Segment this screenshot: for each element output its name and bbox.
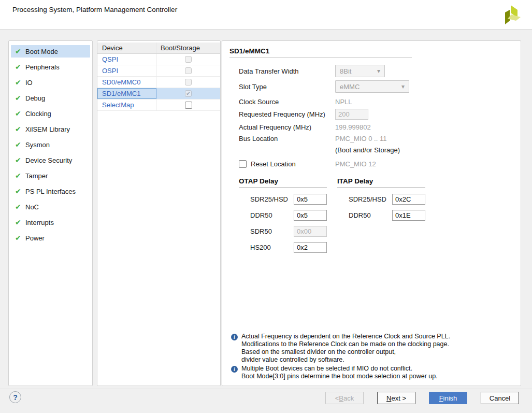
itap-sdr25-input[interactable]: [392, 194, 425, 205]
boot-storage-checkbox-ospi: [185, 67, 192, 74]
note-frequency: i Actual Frequency is dependent on the R…: [229, 333, 513, 364]
itap-ddr50-input[interactable]: [392, 210, 425, 221]
check-icon: ✔: [15, 109, 25, 118]
field-requested-frequency: Requested Frequency (MHz): [239, 109, 513, 120]
select-value: 8Bit: [340, 67, 351, 75]
device-details-panel: SD1/eMMC1 Data Transfer Width 8Bit ▾ Slo…: [222, 40, 521, 386]
device-link-sd0-emmc0[interactable]: SD0/eMMC0: [97, 77, 156, 88]
boot-storage-checkbox-selectmap[interactable]: [185, 102, 192, 109]
sidebar-item-tamper[interactable]: ✔ Tamper: [11, 169, 90, 182]
bus-location-note: (Boot and/or Storage): [335, 146, 400, 154]
boot-device-table-panel: Device Boot/Storage QSPI OSPI SD0/eMMC0 …: [97, 40, 221, 386]
device-link-qspi[interactable]: QSPI: [97, 54, 156, 65]
field-label: Actual Frequency (MHz): [239, 123, 335, 131]
sidebar-item-noc[interactable]: ✔ NoC: [11, 201, 90, 213]
otap-row-sdr25: SDR25/HSD: [250, 194, 337, 205]
field-label: Slot Type: [239, 83, 335, 91]
device-link-ospi[interactable]: OSPI: [97, 65, 156, 76]
check-icon: ✔: [15, 78, 25, 87]
otap-delay-section: OTAP Delay SDR25/HSD DDR50 SDR50 HS200: [239, 177, 337, 258]
field-reset-location: Reset Location PMC_MIO 12: [239, 158, 513, 170]
check-icon: ✔: [15, 187, 25, 195]
dialog-footer: ? < Back Next > Finish Cancel: [0, 389, 532, 413]
details-title: SD1/eMMC1: [229, 47, 513, 58]
sidebar-item-debug[interactable]: ✔ Debug: [11, 92, 90, 104]
sidebar-item-interrupts[interactable]: ✔ Interrupts: [11, 216, 90, 229]
requested-frequency-input: [335, 109, 368, 120]
check-icon: ✔: [15, 156, 25, 164]
table-row-qspi[interactable]: QSPI: [97, 54, 220, 65]
note-boot-devices: i Multiple Boot devices can be selected …: [229, 365, 513, 380]
device-link-sd1-emmc1[interactable]: SD1/eMMC1: [97, 88, 156, 99]
data-transfer-width-select[interactable]: 8Bit ▾: [335, 65, 385, 77]
table-row-ospi[interactable]: OSPI: [97, 65, 220, 77]
title-divider: [229, 58, 412, 58]
info-icon: i: [231, 366, 238, 373]
sidebar-item-power[interactable]: ✔ Power: [11, 232, 90, 244]
otap-hs200-input[interactable]: [294, 242, 327, 253]
device-link-selectmap[interactable]: SelectMap: [97, 99, 156, 110]
reset-location-value: PMC_MIO 12: [335, 160, 376, 168]
field-clock-source: Clock Source NPLL: [239, 96, 513, 107]
itap-row-sdr25: SDR25/HSD: [349, 194, 436, 205]
table-row-sd1-emmc1[interactable]: SD1/eMMC1 ✔: [97, 88, 220, 99]
note-text: Multiple Boot devices can be selected if…: [241, 365, 438, 380]
select-value: eMMC: [340, 83, 360, 91]
check-icon: ✔: [15, 140, 25, 149]
wizard-steps-sidebar: ✔ Boot Mode ✔ Peripherals ✔ IO ✔ Debug ✔…: [8, 40, 93, 386]
sidebar-item-io[interactable]: ✔ IO: [11, 76, 90, 89]
sidebar-item-clocking[interactable]: ✔ Clocking: [11, 107, 90, 120]
otap-sdr25-input[interactable]: [294, 194, 327, 205]
field-label: Data Transfer Width: [239, 67, 335, 75]
boot-device-table: Device Boot/Storage QSPI OSPI SD0/eMMC0 …: [97, 42, 220, 111]
itap-delay-title: ITAP Delay: [337, 177, 425, 188]
boot-storage-checkbox-sd1-emmc1: ✔: [185, 90, 192, 97]
sidebar-item-xilsem-library[interactable]: ✔ XilSEM Library: [11, 123, 90, 135]
check-icon: ✔: [15, 63, 25, 71]
slot-type-select[interactable]: eMMC ▾: [335, 80, 409, 93]
column-header-boot-storage: Boot/Storage: [156, 42, 220, 53]
cancel-button[interactable]: Cancel: [481, 392, 519, 404]
table-row-sd0-emmc0[interactable]: SD0/eMMC0: [97, 77, 220, 88]
finish-button[interactable]: Finish: [429, 392, 467, 404]
column-header-device: Device: [97, 42, 156, 53]
chevron-down-icon: ▾: [377, 67, 380, 75]
table-header-row: Device Boot/Storage: [97, 42, 220, 54]
otap-ddr50-input[interactable]: [294, 210, 327, 221]
table-row-selectmap[interactable]: SelectMap: [97, 99, 220, 111]
check-icon: ✔: [15, 125, 25, 133]
sidebar-item-sysmon[interactable]: ✔ Sysmon: [11, 138, 90, 151]
chevron-down-icon: ▾: [401, 83, 405, 90]
actual-frequency-value: 199.999802: [335, 123, 371, 131]
field-slot-type: Slot Type eMMC ▾: [239, 80, 513, 93]
sidebar-item-ps-pl-interfaces[interactable]: ✔ PS PL Interfaces: [11, 185, 90, 197]
info-icon: i: [231, 334, 238, 340]
clock-source-value: NPLL: [335, 98, 352, 106]
sidebar-item-peripherals[interactable]: ✔ Peripherals: [11, 61, 90, 73]
check-icon: ✔: [15, 234, 25, 242]
check-icon: ✔: [15, 218, 25, 226]
help-button[interactable]: ?: [9, 391, 21, 403]
delay-sections: OTAP Delay SDR25/HSD DDR50 SDR50 HS200 I…: [239, 177, 513, 258]
check-icon: ✔: [15, 47, 25, 55]
dialog-header: Processing System, Platform Management C…: [0, 0, 532, 30]
otap-sdr50-input: [294, 226, 327, 237]
field-label: Clock Source: [239, 98, 335, 106]
sidebar-item-boot-mode[interactable]: ✔ Boot Mode: [11, 45, 90, 58]
reset-location-checkbox[interactable]: [239, 160, 247, 168]
otap-delay-title: OTAP Delay: [239, 177, 327, 188]
field-label: Bus Location: [239, 135, 335, 143]
sidebar-item-device-security[interactable]: ✔ Device Security: [11, 154, 90, 166]
itap-row-ddr50: DDR50: [349, 210, 436, 221]
check-icon: ✔: [15, 203, 25, 211]
otap-row-ddr50: DDR50: [250, 210, 337, 221]
note-text: Actual Frequency is dependent on the Ref…: [241, 333, 450, 364]
field-bus-location-note: (Boot and/or Storage): [239, 144, 513, 155]
next-button[interactable]: Next >: [377, 392, 415, 404]
check-icon: ✔: [15, 94, 25, 102]
boot-storage-checkbox-sd0-emmc0: [185, 79, 192, 86]
otap-row-sdr50: SDR50: [250, 226, 337, 237]
field-label: Requested Frequency (MHz): [239, 110, 335, 118]
boot-storage-checkbox-qspi: [185, 56, 192, 63]
otap-row-hs200: HS200: [250, 242, 337, 253]
